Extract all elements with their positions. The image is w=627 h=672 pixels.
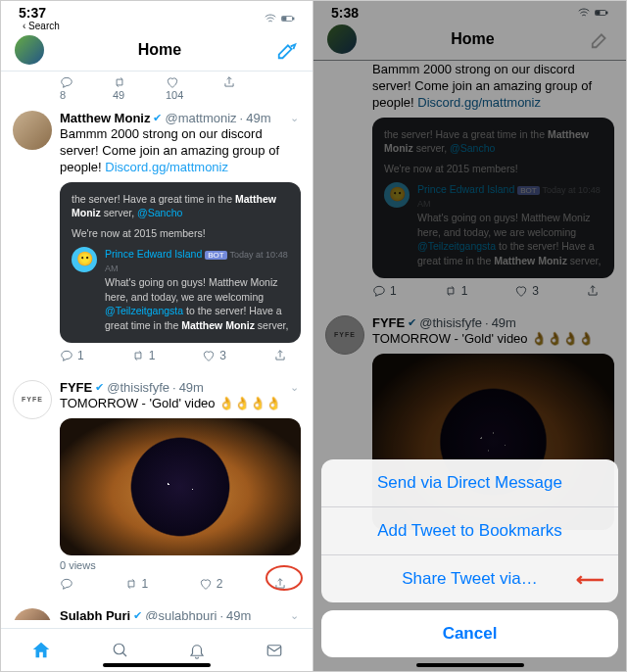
reply-button[interactable]: 1 (60, 349, 84, 362)
prev-tweet-actions: 8 49 104 (1, 72, 313, 103)
profile-avatar[interactable] (15, 35, 44, 65)
navbar: Home (1, 31, 313, 72)
tweet-media[interactable] (60, 418, 301, 555)
verified-icon: ✔ (133, 609, 142, 620)
tweet-puri[interactable]: Sulabh Puri ✔ @sulabhpuri · 49m ⌄ This i… (1, 600, 313, 620)
feed[interactable]: 8 49 104 Matthew Moniz ✔ @mattmoniz · 49… (1, 72, 313, 620)
tweet-fyfe[interactable]: FYFE FYFE ✔ @thisisfyfe · 49m ⌄ TOMORROW… (1, 372, 313, 600)
tweet-time: 49m (246, 111, 270, 125)
author-handle[interactable]: @sulabhpuri (145, 608, 217, 620)
verified-icon: ✔ (153, 112, 162, 124)
annotation-circle (265, 565, 303, 591)
author-name[interactable]: FYFE (60, 380, 92, 395)
back-link[interactable]: ‹ Search (19, 21, 60, 31)
tweet-time: 49m (179, 380, 204, 395)
author-name[interactable]: Sulabh Puri (60, 608, 130, 620)
retweet-button[interactable]: 1 (131, 349, 156, 362)
battery-icon (281, 12, 295, 25)
discord-embed: the server! Have a great time in the Mat… (60, 182, 301, 343)
status-bar: 5:37 ‹ Search (1, 1, 313, 31)
home-indicator[interactable] (103, 663, 211, 667)
tweet-actions: 1 2 (60, 571, 295, 597)
sheet-share-via[interactable]: Share Tweet via… ⟵ (321, 555, 618, 602)
sheet-cancel[interactable]: Cancel (321, 610, 618, 657)
avatar[interactable]: FYFE (13, 380, 52, 419)
action-sheet: Send via Direct Message Add Tweet to Boo… (321, 459, 618, 657)
bot-avatar: 😶 (72, 247, 97, 272)
tweet-text: Bammm 2000 strong on our discord server!… (60, 126, 301, 176)
chevron-down-icon[interactable]: ⌄ (290, 381, 299, 394)
tweet-time: 49m (226, 608, 251, 620)
reply-count: 8 (60, 75, 73, 101)
tab-search[interactable] (112, 642, 129, 659)
phone-right: 5:38 Home Bammm 2000 strong on our disco… (314, 1, 626, 671)
avatar[interactable] (13, 111, 52, 150)
verified-icon: ✔ (95, 381, 104, 394)
view-count: 0 views (60, 559, 301, 571)
like-count: 104 (166, 75, 183, 101)
like-button[interactable]: 2 (199, 577, 223, 591)
chevron-down-icon[interactable]: ⌄ (290, 112, 299, 124)
chevron-down-icon[interactable]: ⌄ (290, 609, 299, 620)
reply-button[interactable] (60, 577, 73, 591)
share-button[interactable] (273, 349, 287, 362)
svg-point-3 (114, 644, 124, 654)
author-name[interactable]: Matthew Moniz (60, 111, 150, 125)
sheet-add-bookmark[interactable]: Add Tweet to Bookmarks (321, 507, 618, 555)
svg-rect-1 (293, 18, 294, 20)
retweet-button[interactable]: 1 (124, 577, 149, 591)
author-handle[interactable]: @mattmoniz (165, 111, 236, 125)
author-handle[interactable]: @thisisfyfe (107, 380, 169, 395)
tweet-moniz[interactable]: Matthew Moniz ✔ @mattmoniz · 49m ⌄ Bammm… (1, 103, 313, 372)
tweet-actions: 1 1 3 (60, 343, 295, 368)
tweet-text: TOMORROW - 'Gold' video 👌👌👌👌 (60, 396, 301, 412)
page-title: Home (138, 41, 181, 59)
link[interactable]: Discord.gg/mattmoniz (105, 160, 228, 174)
status-time: 5:37 (19, 5, 60, 21)
svg-rect-4 (267, 645, 281, 655)
tab-messages[interactable] (265, 642, 283, 659)
svg-rect-2 (283, 17, 287, 20)
annotation-arrow: ⟵ (576, 567, 604, 591)
phone-left: 5:37 ‹ Search Home 8 49 104 Matthew Moni… (1, 1, 314, 671)
home-indicator[interactable] (416, 663, 524, 667)
share-icon[interactable] (222, 75, 236, 101)
retweet-count: 49 (113, 75, 126, 101)
avatar[interactable] (13, 608, 52, 620)
compose-button[interactable] (275, 39, 299, 61)
wifi-icon (264, 12, 277, 25)
sheet-send-dm[interactable]: Send via Direct Message (321, 459, 618, 507)
tab-notifications[interactable] (188, 642, 206, 659)
tab-home[interactable] (30, 640, 52, 661)
like-button[interactable]: 3 (202, 349, 226, 362)
